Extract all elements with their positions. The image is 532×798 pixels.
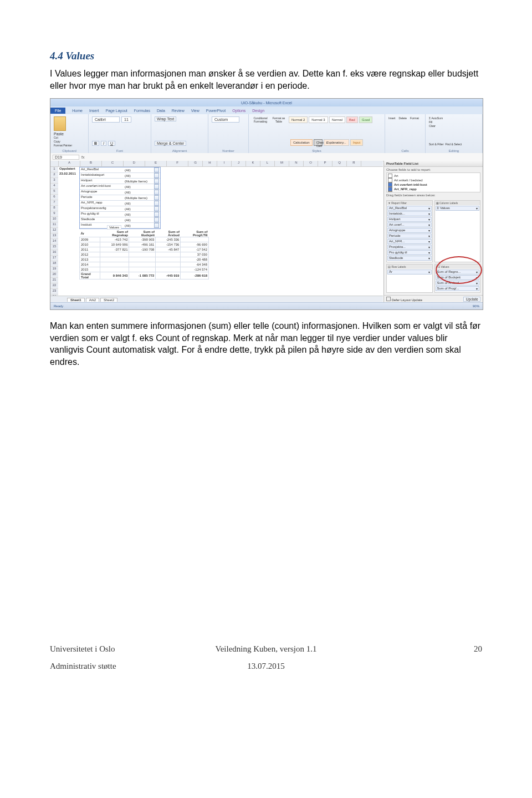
filter-row[interactable]: Artsgruppe(All) [80,190,160,195]
style-good[interactable]: Good [359,116,373,123]
clear-button[interactable]: Clear [429,124,479,128]
area-report-filter-title: ▼ Report Filter [387,201,432,205]
field-list-item[interactable]: Art_NFR_rapp [388,187,479,191]
document-page: 4.4 Values I Values legger man informasj… [0,0,532,699]
filter-row[interactable]: Prosjektansvarlig(All) [80,206,160,212]
filter-row[interactable]: Hvilpart(Multiple Items) [80,179,160,184]
fx-icon[interactable]: fx [81,155,84,159]
area-item[interactable]: Pro gyldig til▾ [387,250,432,255]
tab-review[interactable]: Review [172,109,185,113]
sheet-tab-1[interactable]: Sheet1 [67,298,85,302]
style-input[interactable]: Input [350,139,363,146]
tab-options[interactable]: Options [232,109,245,113]
find-select-button[interactable]: Find & Select [445,143,462,146]
number-group-label: Number [208,149,248,153]
format-button[interactable]: Format [410,116,419,120]
cells-area: Oppdatert 23.02.2011 Art_Res/Bal(All) In… [58,167,383,303]
font-size-box[interactable]: 11 [121,116,131,123]
update-button[interactable]: Update [463,297,480,302]
area-row-labels-title: ▤ Row Labels [387,265,432,269]
filter-row[interactable]: Periode(Multiple Items) [80,195,160,201]
tab-file[interactable]: File [50,108,65,114]
filter-row[interactable]: Art overført-inkl-kost(All) [80,184,160,190]
area-values[interactable]: Σ Σ Values Sum of Regns...▾Sum of Budsje… [434,264,481,293]
tab-data[interactable]: Data [157,109,165,113]
filter-row[interactable]: Inntektskategori(All) [80,173,160,179]
tab-home[interactable]: Home [72,109,83,113]
field-list-item[interactable]: Art [388,174,479,178]
area-item[interactable]: Artsgruppe▾ [387,228,432,233]
font-group-label: Font [89,149,151,153]
copy-button[interactable]: Copy [54,140,85,144]
insert-button[interactable]: Insert [388,116,396,120]
area-item[interactable]: Hvilpart▾ [387,217,432,222]
window-title: UiO-Såkubu - Microsoft Excel [241,101,292,105]
tab-powerpivot[interactable]: PowerPivot [206,109,226,113]
bold-button[interactable]: B [92,141,99,146]
format-painter-button[interactable]: Format Painter [54,144,85,148]
font-name-box[interactable]: Calibri [92,116,120,123]
style-explanatory[interactable]: Explanatory... [324,139,349,146]
paste-icon[interactable] [54,116,66,131]
italic-button[interactable]: I [101,141,106,146]
filter-row[interactable]: Stedkode(All) [80,217,160,223]
format-table-button[interactable]: Format as Table [273,116,285,123]
area-item[interactable]: Sum of Regns...▾ [436,270,480,275]
defer-update-checkbox[interactable]: Defer Layout Update [386,297,422,302]
style-checkcell[interactable]: Check Cell [314,139,323,146]
delete-button[interactable]: Delete [399,116,407,120]
sheet-tab-3[interactable]: Sheet2 [100,298,117,302]
number-format-box[interactable]: Custom [212,116,239,123]
area-item[interactable]: Prosjekta...▾ [387,245,432,250]
intro-paragraph-2: Man kan enten summere informasjonen (sum… [50,320,482,368]
area-item[interactable]: Art_Res/Bal▾ [387,206,432,211]
tab-design[interactable]: Design [252,109,264,113]
style-calculation[interactable]: Calculation [290,139,313,146]
field-list-item[interactable]: Art overført-inkl-kost [388,182,479,187]
ribbon: Paste Cut Copy Format Painter Clipboard … [50,114,483,154]
filter-row[interactable]: Art_Res/Bal(All) [80,167,160,173]
area-item[interactable]: Art overf...▾ [387,222,432,227]
zoom-level[interactable]: 90% [473,304,479,308]
cells-group-label: Cells [385,149,425,153]
drag-fields-label: Drag fields between areas below: [384,192,483,198]
autosum-button[interactable]: Σ AutoSum [429,116,479,120]
field-list-fields[interactable]: ArtArt enkelt / bedstedArt overført-inkl… [386,172,480,192]
fill-button[interactable]: Fill [429,120,479,124]
filter-row[interactable]: Art_NFR_rapp(All) [80,201,160,206]
area-item[interactable]: Sum of Budsjett▾ [436,275,480,280]
cut-button[interactable]: Cut [54,136,85,140]
area-column-labels[interactable]: ▦ Column Labels Σ Values▾ [434,200,481,262]
cond-format-button[interactable]: Conditional Formatting [253,116,267,123]
style-normal3[interactable]: Normal 3 [309,116,328,123]
area-item[interactable]: År▾ [387,270,432,275]
tab-view[interactable]: View [191,109,200,113]
pivot-table: Values ÅrSum of RegnskapSum of BudsjettS… [79,225,209,279]
name-box[interactable]: D19 [53,155,79,160]
area-row-labels[interactable]: ▤ Row Labels År▾ [386,264,433,293]
style-bad[interactable]: Bad [346,116,358,123]
area-item[interactable]: Σ Values▾ [436,206,480,211]
area-item[interactable]: Sum of Årsbud▾ [436,281,480,286]
filter-row[interactable]: Pro gyldig til(All) [80,212,160,217]
sort-filter-button[interactable]: Sort & Filter [429,143,443,146]
style-normal[interactable]: Normal [329,116,345,123]
area-report-filter[interactable]: ▼ Report Filter Art_Res/Bal▾Inntektsk...… [386,200,433,262]
area-column-labels-title: ▦ Column Labels [435,201,480,205]
area-item[interactable]: Inntektsk...▾ [387,211,432,216]
merge-center-button[interactable]: Merge & Center [155,141,186,146]
area-item[interactable]: Stedkode▾ [387,256,432,261]
style-normal2[interactable]: Normal 2 [289,116,308,123]
tab-insert[interactable]: Insert [89,109,99,113]
field-list-item[interactable]: Art enkelt / bedsted [388,178,479,182]
tab-formulas[interactable]: Formulas [134,109,150,113]
sheet-tab-2[interactable]: Ark2 [86,298,99,302]
underline-button[interactable]: U [108,141,115,146]
clipboard-group-label: Clipboard [50,149,88,153]
area-item[interactable]: Sum of Prog/...▾ [436,286,480,291]
footer-center-2: 13.07.2015 [194,662,338,671]
area-item[interactable]: Periode▾ [387,233,432,238]
area-item[interactable]: Art_NFR...▾ [387,239,432,244]
wrap-text-button[interactable]: Wrap Text [155,116,176,121]
tab-page-layout[interactable]: Page Layout [105,109,127,113]
